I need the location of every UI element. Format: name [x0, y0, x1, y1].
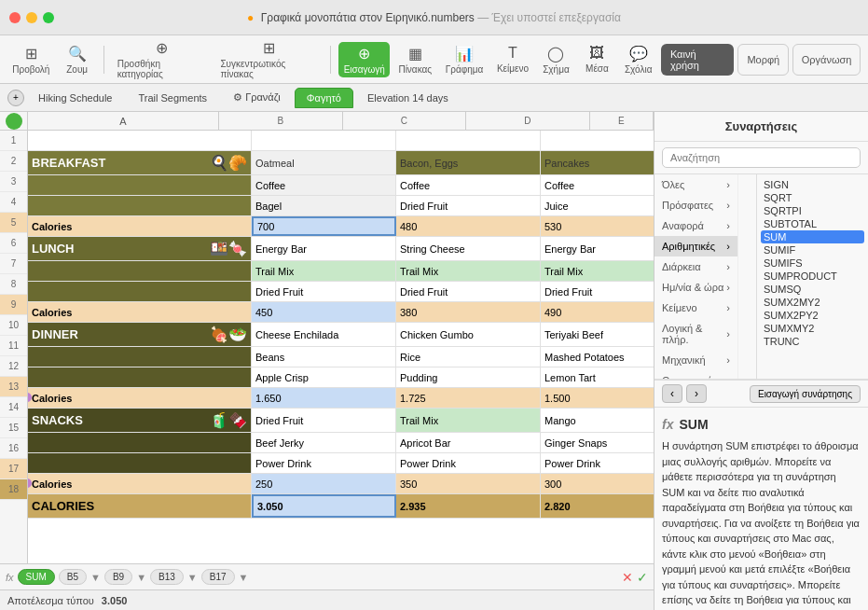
cell-c17[interactable]: 350 [396, 474, 541, 493]
fn-category-datetime[interactable]: Ημ/νία & ώρα › [654, 277, 738, 298]
cell-b10[interactable]: Cheese Enchilada [252, 323, 396, 346]
fn-item-sumxmy2[interactable]: SUMXMY2 [761, 322, 864, 335]
cell-c4[interactable]: Dried Fruit [396, 196, 541, 215]
cell-a3[interactable] [28, 175, 252, 195]
tab-fagito[interactable]: Φαγητό [295, 88, 353, 108]
cell-c5[interactable]: 480 [396, 216, 541, 236]
tab-granazi[interactable]: ⚙ Γρανάζι [221, 87, 293, 108]
fn-category-financial[interactable]: Οικονομικές › [654, 370, 738, 379]
fn-category-all[interactable]: Όλες › [654, 174, 738, 195]
shape-button[interactable]: ◯ Σχήμα [537, 42, 574, 77]
formula-confirm-button[interactable]: ✓ [637, 570, 648, 585]
insert-function-button[interactable]: Εισαγωγή συνάρτησης [750, 385, 861, 403]
close-button[interactable] [9, 12, 21, 23]
chart-button[interactable]: 📊 Γράφημα [440, 42, 488, 77]
cell-a8[interactable] [28, 282, 252, 301]
cell-d18[interactable]: 2.820 [541, 494, 654, 518]
fn-item-sumx2py2[interactable]: SUMX2PY2 [761, 309, 864, 322]
cell-a16[interactable] [28, 453, 252, 473]
cell-a11[interactable] [28, 347, 252, 367]
tab-elevation[interactable]: Elevation 14 days [355, 88, 461, 108]
table-button[interactable]: ▦ Πίνακας [393, 42, 436, 77]
comments-button[interactable]: 💬 Σχόλια [619, 42, 656, 77]
cell-a18-total-calories[interactable]: CALORIES [28, 494, 252, 518]
cell-b6[interactable]: Energy Bar [252, 237, 396, 260]
fn-nav-next[interactable]: › [686, 384, 707, 403]
col-header-e[interactable]: E [590, 112, 654, 130]
cell-a15[interactable] [28, 433, 252, 452]
col-header-d[interactable]: D [466, 112, 590, 130]
cell-d10[interactable]: Teriyaki Beef [541, 323, 654, 346]
col-header-c[interactable]: C [343, 112, 467, 130]
cell-c7-trail-mix[interactable]: Trail Mix [396, 261, 541, 281]
cell-b16[interactable]: Power Drink [252, 453, 396, 473]
cell-d13[interactable]: 1.500 [541, 388, 654, 408]
cell-d8[interactable]: Dried Fruit [541, 282, 654, 301]
cell-a12[interactable] [28, 367, 252, 387]
fullscreen-button[interactable] [43, 12, 54, 23]
fn-nav-prev[interactable]: ‹ [662, 384, 682, 403]
cell-c16[interactable]: Power Drink [396, 453, 541, 473]
cell-b14[interactable]: Dried Fruit [252, 409, 396, 432]
search-input[interactable] [662, 147, 861, 168]
cell-a13-calories[interactable]: Calories [28, 388, 252, 408]
cell-b2[interactable]: Oatmeal [252, 151, 396, 174]
tab-hiking-schedule[interactable]: Hiking Schedule [26, 88, 125, 108]
cell-c1[interactable] [396, 131, 541, 150]
cell-d1[interactable] [541, 131, 654, 150]
cell-a14-snacks[interactable]: SNACKS 🧃🍫 [28, 409, 252, 432]
cell-d12[interactable]: Lemon Tart [541, 367, 654, 387]
cell-a7[interactable] [28, 261, 252, 281]
sum-pill[interactable]: SUM [18, 569, 55, 585]
cell-a5-calories[interactable]: Calories [28, 216, 252, 236]
b17-pill[interactable]: B17 [201, 569, 235, 585]
cell-d4[interactable]: Juice [541, 196, 654, 215]
add-category-button[interactable]: ⊕ Προσθήκη κατηγορίας [112, 36, 212, 82]
cell-a2-breakfast[interactable]: BREAKFAST 🍳🥐 [28, 151, 252, 174]
cell-c13[interactable]: 1.725 [396, 388, 541, 408]
tab-trail-segments[interactable]: Trail Segments [127, 88, 220, 108]
cell-b15[interactable]: Beef Jerky [252, 433, 396, 452]
cell-b1[interactable] [252, 131, 396, 150]
cell-b7-trail-mix[interactable]: Trail Mix [252, 261, 396, 281]
fn-item-sumif[interactable]: SUMIF [761, 243, 864, 256]
formula-cancel-button[interactable]: ✕ [622, 570, 633, 585]
insert-button[interactable]: ⊕ Εισαγωγή [338, 42, 390, 77]
cell-b5[interactable]: 700 [252, 216, 396, 236]
cell-a1[interactable] [28, 131, 252, 150]
cell-a10-dinner[interactable]: DINNER 🍖🥗 [28, 323, 252, 346]
minimize-button[interactable] [26, 12, 37, 23]
fn-category-engineering[interactable]: Μηχανική › [654, 350, 738, 370]
fn-item-sign[interactable]: SIGN [761, 178, 864, 191]
fn-category-logical[interactable]: Λογική & πλήρ. › [654, 318, 738, 350]
cell-c11[interactable]: Rice [396, 347, 541, 367]
cell-c6[interactable]: String Cheese [396, 237, 541, 260]
cell-d17[interactable]: 300 [541, 474, 654, 493]
fn-item-sqrtpi[interactable]: SQRTPI [761, 204, 864, 217]
fn-item-trunc[interactable]: TRUNC [761, 335, 864, 348]
zoom-button[interactable]: 🔍 Ζουμ [59, 42, 96, 77]
new-user-button[interactable]: Καινή χρήση [661, 44, 734, 76]
fn-item-sumx2my2[interactable]: SUMX2MY2 [761, 296, 864, 309]
cell-d9[interactable]: 490 [541, 302, 654, 322]
b5-pill[interactable]: B5 [59, 569, 87, 585]
cell-b8[interactable]: Dried Fruit [252, 282, 396, 301]
cell-b9[interactable]: 450 [252, 302, 396, 322]
cell-d5[interactable]: 530 [541, 216, 654, 236]
col-header-b[interactable]: B [219, 112, 343, 130]
cell-b18[interactable]: 3.050 [252, 494, 396, 518]
fn-category-text[interactable]: Κείμενο › [654, 298, 738, 318]
fn-category-duration[interactable]: Διάρκεια › [654, 256, 738, 277]
cell-c10[interactable]: Chicken Gumbo [396, 323, 541, 346]
fn-category-recent[interactable]: Πρόσφατες › [654, 195, 738, 215]
cell-c8[interactable]: Dried Fruit [396, 282, 541, 301]
cell-d2[interactable]: Pancakes [541, 151, 654, 174]
cell-b4[interactable]: Bagel [252, 196, 396, 215]
format-button[interactable]: Μορφή [737, 44, 789, 76]
cell-c12[interactable]: Pudding [396, 367, 541, 387]
cell-d7-trail-mix[interactable]: Trail Mix [541, 261, 654, 281]
cell-c15[interactable]: Apricot Bar [396, 433, 541, 452]
view-button[interactable]: ⊞ Προβολή [7, 42, 55, 77]
fn-item-sumifs[interactable]: SUMIFS [761, 256, 864, 270]
cell-b11[interactable]: Beans [252, 347, 396, 367]
